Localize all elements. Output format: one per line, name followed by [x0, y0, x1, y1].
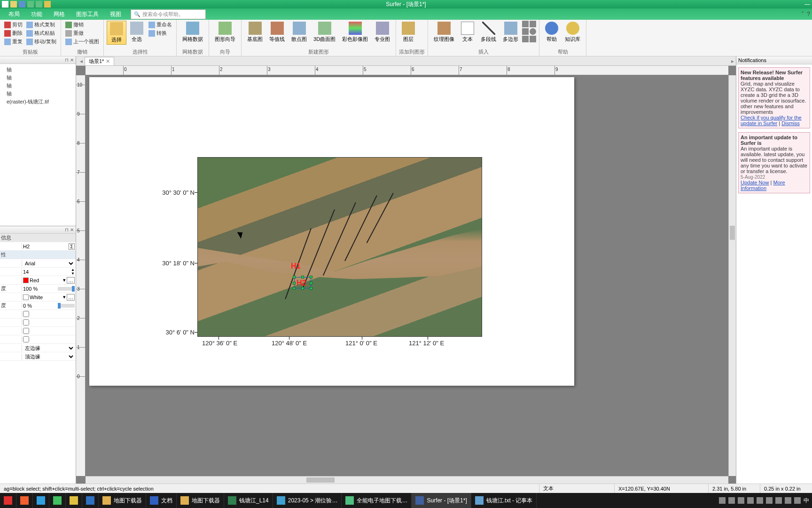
printer-icon[interactable]: [757, 497, 763, 504]
scatter-button[interactable]: 散点图: [289, 21, 310, 44]
selection-handle[interactable]: [310, 276, 312, 278]
minimize-button[interactable]: —: [804, 1, 810, 8]
prop-checkbox[interactable]: [23, 328, 29, 334]
selection-handle[interactable]: [293, 276, 296, 278]
move-copy-button[interactable]: 移动/复制: [25, 38, 58, 46]
tab-grid[interactable]: 网格: [48, 8, 70, 20]
close-tab-icon[interactable]: ✕: [106, 58, 110, 64]
shield-icon[interactable]: [738, 497, 744, 504]
tab-layout[interactable]: 布局: [3, 8, 25, 20]
taskbar-item[interactable]: 地图下载器: [177, 493, 224, 508]
ime-indicator[interactable]: 中: [804, 497, 809, 505]
taskbar-item[interactable]: 地图下载器: [99, 493, 146, 508]
surface3d-button[interactable]: 3D曲面图: [311, 21, 338, 44]
transect-line[interactable]: [367, 193, 394, 243]
font-size-input[interactable]: [23, 269, 71, 275]
taskbar-item[interactable]: [16, 493, 33, 508]
taskbar-item[interactable]: [82, 493, 99, 508]
basemap-button[interactable]: 基底图: [244, 21, 265, 44]
selection-handle[interactable]: [301, 276, 304, 278]
expertmap-button[interactable]: 专业图: [372, 21, 393, 44]
imagemap-button[interactable]: 彩色影像图: [339, 21, 371, 44]
copy-format-button[interactable]: 格式复制: [25, 21, 58, 29]
tab-view[interactable]: 视图: [104, 8, 127, 20]
chevron-down-icon[interactable]: ▾: [63, 277, 66, 283]
opacity2-slider[interactable]: [58, 304, 75, 308]
minus-icon[interactable]: [530, 21, 536, 27]
halign-select[interactable]: 左边缘: [23, 345, 75, 351]
volume-icon[interactable]: [766, 497, 773, 504]
more-icon[interactable]: …: [67, 294, 75, 301]
selection-handle[interactable]: [293, 282, 296, 285]
paste-format-button[interactable]: 格式粘贴: [25, 29, 58, 37]
document-tab[interactable]: 场景1* ✕: [85, 57, 114, 65]
up-icon[interactable]: [719, 497, 726, 504]
knowledgebase-button[interactable]: 知识库: [562, 21, 583, 44]
select-button[interactable]: 选择: [107, 21, 126, 45]
vertical-scrollbar[interactable]: [728, 75, 736, 476]
close-icon[interactable]: ✕: [70, 57, 74, 63]
opacity-slider[interactable]: [58, 287, 75, 291]
polygon-button[interactable]: 多边形: [500, 21, 521, 44]
delete-button[interactable]: 删除: [3, 29, 24, 37]
taskbar-item[interactable]: [49, 493, 66, 508]
close-icon[interactable]: ✕: [70, 227, 74, 232]
help-button[interactable]: 帮助: [542, 21, 561, 44]
net-icon[interactable]: [728, 497, 735, 504]
taskbar-item[interactable]: 2023-05 > 潮位验…: [273, 493, 342, 508]
square-shape-icon[interactable]: [522, 28, 529, 35]
tree-item[interactable]: 轴: [1, 66, 75, 74]
prop-checkbox[interactable]: [23, 319, 29, 325]
font-select[interactable]: Arial: [23, 260, 75, 267]
ime-icon[interactable]: [785, 497, 791, 504]
contour-button[interactable]: 等值线: [266, 21, 288, 44]
taskbar-item[interactable]: [33, 493, 49, 508]
duplicate-button[interactable]: 重复: [3, 38, 24, 46]
tab-function[interactable]: 功能: [25, 8, 48, 20]
text-value-input[interactable]: [23, 244, 68, 249]
undo-button[interactable]: 撤销: [64, 21, 101, 29]
selection-handle[interactable]: [293, 287, 296, 290]
pin-icon[interactable]: ⊓: [65, 227, 69, 232]
prop-checkbox[interactable]: [23, 336, 29, 342]
prop-checkbox[interactable]: [23, 311, 29, 317]
sigma-icon[interactable]: Σ: [69, 243, 75, 250]
tab-scroll-left-icon[interactable]: ◂: [78, 58, 85, 64]
tab-graphics[interactable]: 图形工具: [70, 8, 104, 20]
spinner-icon[interactable]: ▲▼: [71, 268, 75, 276]
scrollbar-thumb[interactable]: [306, 477, 335, 483]
scrollbar-thumb[interactable]: [730, 226, 735, 240]
text-button[interactable]: 文本: [458, 21, 477, 44]
selection-handle[interactable]: [310, 287, 312, 290]
map-frame[interactable]: H1 H2: [197, 157, 482, 337]
transect-line[interactable]: [323, 202, 356, 276]
grid-data-button[interactable]: 网格数据: [180, 21, 206, 44]
valign-select[interactable]: 顶边缘: [23, 353, 75, 360]
transect-line[interactable]: [344, 195, 377, 261]
prev-view-button[interactable]: 上一个视图: [64, 38, 101, 46]
undo-icon[interactable]: [27, 1, 34, 8]
clock-icon[interactable]: [794, 497, 801, 504]
notification-link-dismiss[interactable]: Dismiss: [781, 120, 800, 126]
tree-item[interactable]: 轴: [1, 90, 75, 98]
pin-icon[interactable]: ⊓: [65, 57, 69, 63]
cloud-icon[interactable]: [747, 497, 754, 504]
tree-item[interactable]: 轴: [1, 74, 75, 82]
tab-scroll-right-icon[interactable]: ▸: [729, 58, 736, 64]
notification-link-update[interactable]: Update Now: [741, 180, 769, 185]
transform-button[interactable]: 转换: [147, 29, 173, 37]
select-all-button[interactable]: 全选: [127, 21, 146, 44]
plus-icon[interactable]: [522, 21, 529, 27]
cursor-icon[interactable]: [44, 1, 51, 8]
redo-icon[interactable]: [36, 1, 42, 8]
taskbar-item[interactable]: Surfer - [场景1*]: [412, 493, 471, 508]
taskbar-item[interactable]: [66, 493, 82, 508]
layer-button[interactable]: 图层: [399, 21, 418, 44]
file-open-icon[interactable]: [10, 1, 17, 8]
props-tab-info[interactable]: 信息: [0, 234, 22, 241]
more-icon[interactable]: …: [67, 277, 75, 284]
taskbar-item[interactable]: 文档: [146, 493, 177, 508]
rename-button[interactable]: 重命名: [147, 21, 173, 29]
taskbar-item[interactable]: 钱塘江.txt - 记事本: [471, 493, 537, 508]
search-input[interactable]: 🔍 搜索命令或帮助。: [131, 9, 206, 19]
